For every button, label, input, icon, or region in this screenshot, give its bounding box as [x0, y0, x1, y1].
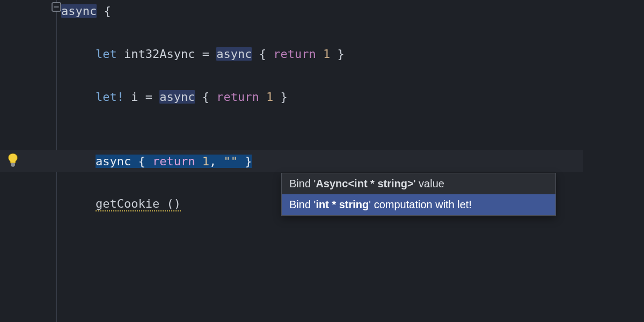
menu-text-strong: Async<int * string> [316, 178, 413, 189]
selection: async { return 1, "" } [96, 155, 252, 168]
menu-text-pre: Bind ' [289, 199, 316, 210]
svg-rect-2 [11, 163, 15, 166]
keyword-async: async [96, 155, 131, 168]
svg-rect-3 [12, 166, 14, 167]
keyword-let: let [96, 47, 117, 61]
operator-equals: = [202, 47, 209, 61]
number-literal: 1 [323, 47, 330, 61]
comma: , [209, 155, 216, 168]
fold-handle[interactable] [52, 2, 61, 12]
keyword-let-bang: let! [96, 90, 124, 104]
quickfix-item-bind-computation[interactable]: Bind 'int * string' computation with let… [282, 194, 555, 215]
brace-close: } [280, 90, 287, 104]
operator-equals: = [145, 90, 152, 104]
keyword-async: async [159, 90, 195, 104]
editor[interactable]: async { let int32Async = async { return … [0, 0, 644, 322]
brace-close: } [245, 155, 252, 168]
code-line[interactable] [61, 64, 644, 86]
code-line[interactable] [61, 21, 644, 43]
brace-close: } [337, 47, 344, 61]
brace-open: { [104, 4, 111, 18]
menu-text-pre: Bind ' [289, 178, 316, 189]
brace-open: { [202, 90, 209, 104]
warning-underline: getCookie () [96, 197, 181, 211]
brace-open: { [259, 47, 266, 61]
keyword-return: return [216, 90, 259, 104]
code-line[interactable]: let int32Async = async { return 1 } [61, 43, 644, 64]
number-literal: 1 [202, 155, 209, 168]
code-line[interactable] [61, 129, 644, 150]
quickfix-item-bind-value[interactable]: Bind 'Async<int * string>' value [282, 173, 555, 194]
brace-open: { [138, 155, 145, 168]
identifier: i [131, 90, 138, 104]
menu-text-strong: int * string [316, 199, 369, 210]
code-line[interactable]: let! i = async { return 1 } [61, 86, 644, 107]
keyword-async: async [216, 47, 252, 61]
code-line[interactable]: async { [61, 0, 644, 21]
lightbulb-icon[interactable] [6, 153, 19, 166]
code-area[interactable]: async { let int32Async = async { return … [61, 0, 644, 322]
keyword-async: async [61, 4, 97, 18]
keyword-return: return [273, 47, 316, 61]
quickfix-menu[interactable]: Bind 'Async<int * string>' value Bind 'i… [281, 173, 556, 216]
menu-text-post: ' value [414, 178, 444, 189]
identifier: int32Async [124, 47, 195, 61]
code-line[interactable] [61, 107, 644, 129]
code-line-active[interactable]: async { return 1, "" } [61, 150, 644, 172]
unit-literal: () [166, 197, 181, 210]
identifier: getCookie [96, 197, 159, 210]
menu-text-post: ' computation with let! [369, 199, 472, 210]
keyword-return: return [152, 155, 195, 168]
string-literal: "" [223, 155, 238, 168]
number-literal: 1 [266, 90, 273, 104]
